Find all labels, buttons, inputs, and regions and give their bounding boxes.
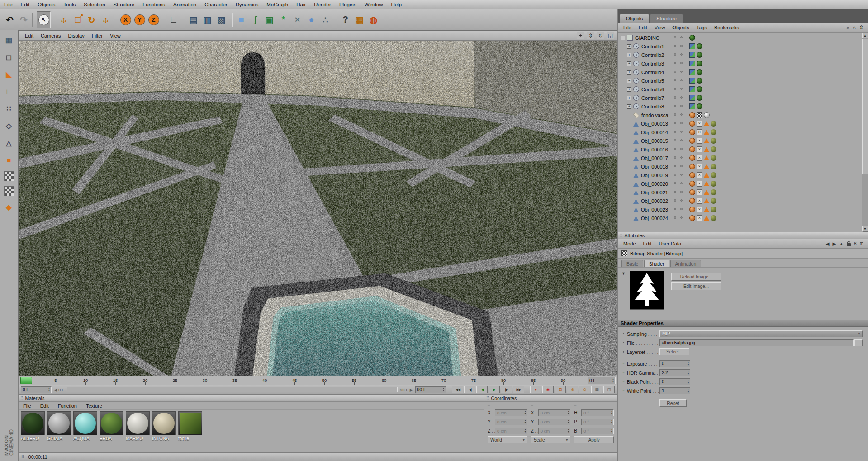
- menu-selection[interactable]: Selection: [80, 0, 109, 9]
- add-cube-object[interactable]: ■: [234, 11, 248, 28]
- phong-tag[interactable]: [689, 189, 695, 195]
- selection-tag[interactable]: [704, 198, 709, 203]
- render-visibility-dot[interactable]: [680, 131, 683, 133]
- tree-item-obj-000018[interactable]: Obj_000018×: [618, 162, 868, 171]
- undo-icon[interactable]: ↶: [3, 11, 17, 28]
- phong-tag[interactable]: [689, 112, 695, 118]
- compositing-tag[interactable]: ×: [697, 129, 702, 135]
- material-marmo[interactable]: MARMO: [126, 411, 150, 441]
- lock-icon[interactable]: [847, 243, 851, 246]
- xpresso-tag[interactable]: [689, 43, 695, 49]
- goto-end-button[interactable]: ▶▶: [513, 386, 524, 393]
- object-axis-mode-icon[interactable]: ■: [3, 154, 15, 166]
- camera-rotate-icon[interactable]: ↻: [597, 32, 604, 39]
- tree-item-controllo3[interactable]: +Controllo3: [618, 59, 868, 68]
- phong-tag[interactable]: [689, 164, 695, 169]
- editor-visibility-dot[interactable]: [674, 53, 676, 56]
- visibility-dots[interactable]: [674, 216, 683, 219]
- home-icon[interactable]: ⌂: [853, 24, 856, 31]
- materials-menu-texture[interactable]: Texture: [81, 402, 107, 409]
- compositing-tag[interactable]: ×: [697, 181, 702, 187]
- position-x-input[interactable]: 0 cm▴▾: [495, 409, 527, 416]
- phong-tag[interactable]: [689, 181, 695, 187]
- tree-item-controllo2[interactable]: +Controllo2: [618, 51, 868, 59]
- visibility-dots[interactable]: [674, 199, 683, 202]
- value-stepper[interactable]: ▴▾: [611, 410, 612, 415]
- tree-item-controllo8[interactable]: +Controllo8: [618, 102, 868, 111]
- viewport-scene[interactable]: [19, 41, 617, 376]
- reset-button[interactable]: Reset: [659, 399, 687, 407]
- material-intona[interactable]: INTONA: [152, 411, 176, 441]
- range-start-stepper[interactable]: ▴▾: [48, 387, 50, 392]
- menu-character[interactable]: Character: [200, 0, 232, 9]
- goto-start-button[interactable]: ◀◀: [452, 386, 463, 393]
- exposure-stepper[interactable]: ▴▾: [688, 362, 689, 366]
- expander-icon[interactable]: +: [627, 61, 631, 66]
- black-point-input[interactable]: 0▴▾: [659, 378, 690, 385]
- live-selection-tool[interactable]: ↖: [37, 11, 51, 28]
- add-environment-object[interactable]: ●: [304, 11, 318, 28]
- editor-visibility-dot[interactable]: [674, 208, 676, 210]
- phong-tag[interactable]: [689, 155, 695, 161]
- om-menu-file[interactable]: File: [620, 23, 635, 33]
- tree-item-obj-000017[interactable]: Obj_000017×: [618, 154, 868, 162]
- selection-tag[interactable]: [704, 173, 709, 178]
- current-frame-field[interactable]: 0 F ▴▾: [588, 377, 616, 384]
- search-icon[interactable]: ⌕: [846, 24, 849, 31]
- selection-tag[interactable]: [704, 121, 709, 126]
- value-stepper[interactable]: ▴▾: [525, 428, 526, 433]
- scroll-up-icon[interactable]: ▲: [862, 33, 868, 38]
- value-stepper[interactable]: ▴▾: [525, 419, 526, 424]
- range-end-stepper[interactable]: ▴▾: [443, 387, 444, 392]
- viewport-menu-cameras[interactable]: Cameras: [37, 31, 65, 41]
- display-tag[interactable]: [697, 78, 702, 84]
- menu-animation[interactable]: Animation: [169, 0, 200, 9]
- animation-dot-icon[interactable]: ∘: [622, 380, 627, 384]
- viewport-menu-filter[interactable]: Filter: [88, 31, 106, 41]
- render-region-button[interactable]: ▥: [200, 11, 214, 28]
- editor-visibility-dot[interactable]: [674, 216, 676, 219]
- editor-visibility-dot[interactable]: [674, 96, 676, 99]
- tree-item-obj-000022[interactable]: Obj_000022×: [618, 197, 868, 205]
- frame-stepper[interactable]: ▴▾: [612, 378, 614, 383]
- attr-menu-mode[interactable]: Mode: [620, 239, 640, 249]
- tree-item-controllo7[interactable]: +Controllo7: [618, 94, 868, 102]
- material-ghiaia[interactable]: GHIAIA: [47, 411, 71, 441]
- prev-key-button[interactable]: ◀|: [464, 386, 475, 393]
- editor-visibility-dot[interactable]: [674, 191, 676, 193]
- coordinate-system-toggle[interactable]: ∟: [166, 11, 180, 28]
- size-y-input[interactable]: 0 cm▴▾: [538, 419, 571, 425]
- display-tag[interactable]: [689, 35, 695, 41]
- black-point-stepper[interactable]: ▴▾: [688, 380, 689, 384]
- tree-scrollbar[interactable]: ▲ ▼: [862, 33, 868, 232]
- visibility-dots[interactable]: [674, 53, 683, 56]
- menu-tools[interactable]: Tools: [59, 0, 80, 9]
- visibility-dots[interactable]: [674, 174, 683, 176]
- texture-tag[interactable]: [711, 129, 716, 135]
- editor-visibility-dot[interactable]: [674, 199, 676, 202]
- timeline-ruler[interactable]: 051015202530354045505560657075808590 0 F…: [18, 376, 617, 385]
- texture-tag[interactable]: [711, 189, 716, 195]
- visibility-dots[interactable]: [674, 156, 683, 159]
- edge-mode-icon[interactable]: ◇: [3, 120, 15, 132]
- value-stepper[interactable]: ▴▾: [568, 428, 569, 433]
- make-editable-icon[interactable]: ▦: [3, 34, 15, 46]
- expander-icon[interactable]: +: [627, 44, 631, 49]
- expander-icon[interactable]: +: [627, 53, 631, 57]
- compositing-tag[interactable]: ×: [697, 198, 702, 204]
- browse-button[interactable]: ...: [854, 339, 863, 346]
- editor-visibility-dot[interactable]: [674, 122, 676, 124]
- collapse-icon[interactable]: ⇕: [859, 24, 863, 31]
- menu-dynamics[interactable]: Dynamics: [232, 0, 262, 9]
- uv-mode-icon[interactable]: [4, 186, 14, 196]
- menu-edit[interactable]: Edit: [17, 0, 34, 9]
- menu-objects[interactable]: Objects: [33, 0, 59, 9]
- xpresso-tag[interactable]: [689, 52, 695, 58]
- timeline-scrollbar[interactable]: [67, 387, 398, 392]
- phong-tag[interactable]: [689, 198, 695, 204]
- visibility-dots[interactable]: [674, 105, 683, 107]
- editor-visibility-dot[interactable]: [674, 45, 676, 47]
- visibility-dots[interactable]: [674, 131, 683, 133]
- display-tag[interactable]: [697, 43, 702, 49]
- editor-visibility-dot[interactable]: [674, 62, 676, 64]
